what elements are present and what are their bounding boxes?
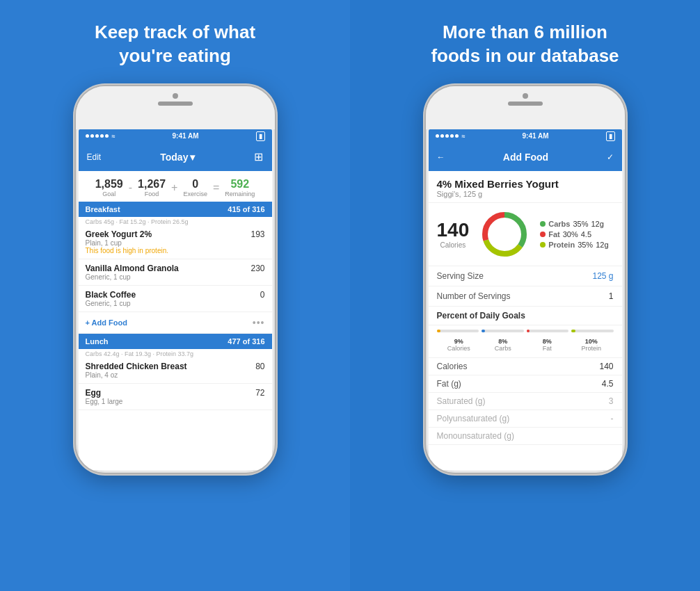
speaker-right: [508, 102, 543, 106]
signal-dot: [455, 134, 459, 138]
fat-progress-track: [527, 330, 569, 332]
more-options-button[interactable]: •••: [253, 317, 265, 328]
food-note: This food is high in protein.: [86, 247, 169, 254]
left-phone: ≈ 9:41 AM ▮ Edit Today ▾ ⊞ 1,859 Goal: [74, 85, 276, 474]
speaker-left: [158, 102, 193, 106]
food-name: Vanilla Almond Granola: [86, 264, 179, 273]
breakfast-macros: Carbs 45g · Fat 15.2g · Protein 26.5g: [79, 217, 272, 225]
wifi-icon-right: ≈: [462, 133, 466, 140]
food-sub: Egg, 1 large: [86, 398, 123, 405]
serving-size-row[interactable]: Serving Size 125 g: [429, 266, 622, 286]
signal-area: ≈: [86, 133, 116, 140]
protein-prog-name: Protein: [569, 345, 614, 352]
carbs-progress-fill: [482, 330, 485, 332]
nutrient-val: -: [611, 414, 614, 423]
calories-prog-col: 9% Calories: [437, 338, 482, 352]
carbs-progress-track: [482, 330, 524, 332]
nutrient-val: 4.5: [602, 379, 614, 389]
nutrient-name: Monounsaturated (g): [437, 431, 514, 441]
left-panel: Keep track of what you're eating ≈ 9:41 …: [0, 0, 350, 591]
status-time-right: 9:41 AM: [522, 132, 548, 140]
right-panel: More than 6 million foods in our databas…: [350, 0, 700, 591]
minus-op: -: [129, 181, 132, 194]
serving-size-value: 125 g: [592, 271, 613, 281]
calorie-number: 140: [437, 219, 470, 241]
plus-op: +: [171, 181, 177, 194]
list-item[interactable]: Black Coffee Generic, 1 cup 0: [79, 286, 272, 312]
signal-dot: [436, 134, 439, 138]
donut-chart: [480, 210, 529, 259]
carbs-prog-name: Carbs: [481, 345, 525, 352]
add-food-screen: 4% Mixed Berries Yogurt Siggi's, 125 g 1…: [429, 171, 622, 470]
list-item[interactable]: Vanilla Almond Granola Generic, 1 cup 23…: [79, 259, 272, 286]
food-sub: Plain, 4 oz: [86, 371, 187, 379]
protein-dot: [540, 242, 546, 248]
wifi-icon: ≈: [112, 133, 116, 140]
protein-g: 12g: [596, 241, 608, 249]
nutrient-name: Polyunsaturated (g): [437, 414, 510, 423]
protein-prog-col: 10% Protein: [569, 338, 614, 352]
list-item[interactable]: Greek Yogurt 2% Plain, 1 cup This food i…: [79, 225, 272, 259]
add-food-button[interactable]: + Add Food: [86, 318, 127, 327]
barcode-icon[interactable]: ⊞: [254, 150, 263, 163]
edit-button[interactable]: Edit: [87, 152, 102, 162]
serving-size-label: Serving Size: [437, 271, 484, 281]
signal-dot: [105, 134, 109, 138]
food-cal: 193: [250, 229, 264, 239]
fat-progress-fill: [527, 330, 530, 332]
macro-legend: Carbs 35% 12g Fat 30% 4.5 Protein: [540, 220, 608, 249]
lunch-macros: Carbs 42.4g · Fat 19.3g · Protein 33.7g: [79, 349, 272, 357]
left-panel-title: Keep track of what you're eating: [95, 21, 255, 68]
nav-bar-left: Edit Today ▾ ⊞: [79, 143, 272, 171]
breakfast-label: Breakfast: [86, 205, 120, 213]
list-item[interactable]: Egg Egg, 1 large 72: [79, 384, 272, 410]
status-time-left: 9:41 AM: [172, 132, 198, 140]
fat-pct: 30%: [563, 230, 578, 238]
carbs-dot: [540, 221, 546, 227]
add-food-title: Add Food: [503, 152, 548, 163]
back-button[interactable]: ←: [437, 152, 445, 162]
food-cal: 72: [255, 388, 264, 398]
signal-dot: [86, 134, 89, 138]
calories-progress-fill: [437, 330, 440, 332]
phone-top-right: [426, 86, 625, 129]
screen-right: ≈ 9:41 AM ▮ ← Add Food ✓ 4% Mixed Berrie…: [429, 129, 622, 470]
protein-progress-track: [571, 330, 614, 332]
fat-g: 4.5: [581, 230, 591, 238]
macro-fat: Fat 30% 4.5: [540, 230, 608, 238]
goal-value: 1,859: [95, 178, 123, 191]
protein-pct-prog: 10%: [569, 338, 614, 345]
nutrient-row-monounsat: Monounsaturated (g): [429, 428, 622, 445]
breakfast-calories: 415 of 316: [228, 205, 264, 213]
food-sub: Plain, 1 cup: [86, 239, 169, 247]
calorie-label: Calories: [437, 241, 470, 249]
fat-dot: [540, 232, 546, 237]
num-servings-row[interactable]: Number of Servings 1: [429, 286, 622, 307]
carbs-name: Carbs: [548, 220, 570, 228]
battery-icon-left: ▮: [256, 131, 265, 141]
signal-dot: [440, 134, 444, 138]
food-cal: 80: [255, 362, 264, 371]
macro-carbs: Carbs 35% 12g: [540, 220, 608, 228]
confirm-button[interactable]: ✓: [607, 152, 614, 162]
food-value: 1,267: [138, 178, 166, 191]
nutrient-name: Calories: [437, 362, 468, 371]
food-name: Egg: [86, 388, 123, 398]
nutrient-name: Saturated (g): [437, 396, 486, 406]
fat-name: Fat: [548, 230, 560, 238]
macro-protein: Protein 35% 12g: [540, 241, 608, 249]
calories-pct: 9%: [437, 338, 482, 345]
progress-bars: 9% Calories 8% Carbs 8% Fat 10%: [429, 325, 622, 358]
add-food-row[interactable]: + Add Food •••: [79, 312, 272, 334]
lunch-header: Lunch 477 of 316: [79, 334, 272, 349]
screen-left: ≈ 9:41 AM ▮ Edit Today ▾ ⊞ 1,859 Goal: [79, 129, 272, 470]
num-servings-value: 1: [609, 291, 614, 301]
nutrient-row-calories: Calories 140: [429, 358, 622, 375]
list-item[interactable]: Shredded Chicken Breast Plain, 4 oz 80: [79, 357, 272, 384]
nutrient-row-saturated: Saturated (g) 3: [429, 393, 622, 410]
progress-tracks: [437, 330, 614, 335]
nutrient-name: Fat (g): [437, 379, 461, 389]
fat-prog-col: 8% Fat: [525, 338, 570, 352]
signal-dot: [100, 134, 104, 138]
status-bar-right: ≈ 9:41 AM ▮: [429, 129, 622, 143]
